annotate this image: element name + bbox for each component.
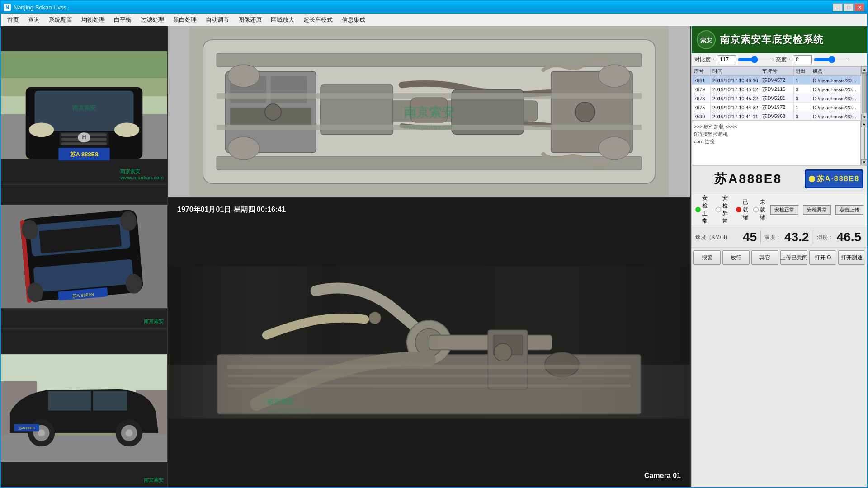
contrast-slider[interactable] xyxy=(738,56,774,63)
col-io: 进出 xyxy=(793,67,811,76)
temp-value: 43.2 xyxy=(784,230,809,244)
brightness-label: 亮度： xyxy=(776,56,792,64)
log-scrollbar[interactable]: ▲ ▼ xyxy=(861,121,867,165)
top-view-svg: 苏A·888E8 xyxy=(1,185,167,328)
menu-filter[interactable]: 过滤处理 xyxy=(136,14,169,26)
svg-text:南京索安: 南京索安 xyxy=(404,105,454,119)
status-notready-dot xyxy=(753,207,759,212)
btn-open-io[interactable]: 打开IO xyxy=(809,250,836,265)
scroll-down-arrow[interactable]: ▼ xyxy=(861,114,867,120)
svg-point-9 xyxy=(114,122,140,137)
app-icon: N xyxy=(4,4,11,11)
btn-check-normal[interactable]: 安检正常 xyxy=(770,205,798,215)
table-row[interactable]: 76752019/10/17 10:44:32苏DV19721D:/njsach… xyxy=(692,103,861,112)
col-plate: 车牌号 xyxy=(760,67,793,76)
brightness-slider[interactable] xyxy=(814,56,850,63)
svg-point-64 xyxy=(575,102,595,122)
btn-alarm[interactable]: 报警 xyxy=(693,250,721,265)
status-row: 安检正常 安检异常 已就绪 未就绪 安检正常 安检异常 点击上传 xyxy=(692,192,867,227)
status-normal: 安检正常 xyxy=(695,194,711,225)
menu-sysconfig[interactable]: 系统配置 xyxy=(44,14,77,26)
log-scroll-thumb[interactable] xyxy=(864,127,865,159)
menu-equalize[interactable]: 均衡处理 xyxy=(77,14,109,26)
status-ready: 已就绪 xyxy=(736,198,749,221)
center-panel: 南京索安 www.njsokan.com 1970年01月01日 星期四 00:… xyxy=(168,26,691,487)
undercarriage-svg: 南京索安 www.njsokan.com xyxy=(168,26,690,197)
svg-text:南京索安: 南京索安 xyxy=(72,104,96,111)
left-panel: H 苏A 888E8 南京索安 南京索安www.njsokan.com xyxy=(1,26,168,487)
scroll-up-arrow[interactable]: ▲ xyxy=(861,66,867,73)
btn-release[interactable]: 放行 xyxy=(722,250,750,265)
svg-point-57 xyxy=(228,65,259,87)
side-view-thumb[interactable]: 苏A888E8 南京索安 xyxy=(1,329,167,487)
svg-point-8 xyxy=(29,122,54,137)
system-title: 南京索安车底安检系统 xyxy=(720,33,824,47)
camera-view[interactable]: 1970年01月01日 星期四 00:16:41 xyxy=(168,198,690,487)
menu-autoadjust[interactable]: 自动调节 xyxy=(201,14,234,26)
camera-label: Camera 01 xyxy=(644,472,681,480)
log-area-container: >>> 软件加载 <<<< 0 连接监控相机 com 连接 ▲ ▼ xyxy=(692,121,867,166)
btn-upload-closed[interactable]: 上传已关闭 xyxy=(780,250,807,265)
table-row[interactable]: 76812019/10/17 10:46:16苏DV45721D:/njsach… xyxy=(692,76,861,85)
svg-text:H: H xyxy=(82,134,86,141)
svg-text:www.njsokan.com: www.njsokan.com xyxy=(266,408,310,414)
svg-rect-34 xyxy=(1,435,167,462)
camera-timestamp: 1970年01月01日 星期四 00:16:41 xyxy=(177,205,286,215)
btn-upload-click[interactable]: 点击上传 xyxy=(835,205,863,215)
menu-whitebalance[interactable]: 白平衡 xyxy=(109,14,136,26)
menu-longvehicle[interactable]: 超长车模式 xyxy=(299,14,337,26)
menu-bw[interactable]: 黑白处理 xyxy=(169,14,201,26)
svg-rect-48 xyxy=(217,156,642,170)
table-row[interactable]: 76792019/10/17 10:45:52苏DV21160D:/njsach… xyxy=(692,85,861,94)
menu-restore[interactable]: 图像还原 xyxy=(234,14,266,26)
svg-point-59 xyxy=(599,65,630,87)
top-view-thumb[interactable]: 苏A·888E8 南京索安 xyxy=(1,185,167,329)
undercarriage-view[interactable]: 南京索安 www.njsokan.com xyxy=(168,26,690,198)
log-scroll-up[interactable]: ▲ xyxy=(861,121,868,127)
separator-1 xyxy=(760,230,761,244)
brightness-input[interactable] xyxy=(794,55,812,64)
contrast-label: 对比度： xyxy=(694,56,716,64)
table-row[interactable]: 75902019/10/17 10:41:11苏DV59680D:/njsach… xyxy=(692,112,861,121)
table-body: 76812019/10/17 10:46:16苏DV45721D:/njsach… xyxy=(692,76,861,121)
svg-rect-47 xyxy=(217,53,642,67)
btn-other[interactable]: 其它 xyxy=(751,250,778,265)
menu-zoom[interactable]: 区域放大 xyxy=(266,14,299,26)
maximize-button[interactable]: □ xyxy=(844,3,854,11)
log-scroll-down[interactable]: ▼ xyxy=(861,159,868,165)
plate-area: 苏A888E8 苏A·888E8 xyxy=(692,166,867,192)
contrast-input[interactable] xyxy=(718,55,736,64)
svg-text:索安: 索安 xyxy=(700,37,712,44)
close-button[interactable]: ✕ xyxy=(854,3,864,11)
status-notready-label: 未就绪 xyxy=(760,198,766,221)
temp-label: 温度： xyxy=(764,234,781,241)
front-view-thumb[interactable]: H 苏A 888E8 南京索安 南京索安www.njsokan.com xyxy=(1,26,167,185)
log-line-3: com 连接 xyxy=(694,138,859,145)
controls-row: 对比度： 亮度： xyxy=(692,53,867,66)
speed-label: 速度（KM/H） xyxy=(695,234,731,241)
plate-number: 苏A·888E8 xyxy=(817,174,859,184)
svg-rect-13 xyxy=(61,142,106,145)
menu-home[interactable]: 首页 xyxy=(3,14,24,26)
data-table-container: 序号 时间 车牌号 进出 磁盘 76812019/10/17 10:46:16苏… xyxy=(692,66,867,121)
plate-image: 苏A·888E8 xyxy=(805,169,863,188)
scroll-thumb[interactable] xyxy=(862,73,867,113)
svg-rect-51 xyxy=(271,76,307,103)
btn-open-speed[interactable]: 打开测速 xyxy=(838,250,865,265)
svg-point-42 xyxy=(126,429,133,436)
menu-query[interactable]: 查询 xyxy=(24,14,44,26)
table-row[interactable]: 76782019/10/17 10:45:22苏DV52810D:/njsach… xyxy=(692,94,861,103)
svg-text:苏A888E8: 苏A888E8 xyxy=(19,426,35,430)
menu-info[interactable]: 信息集成 xyxy=(337,14,370,26)
app-window: N Nanjing Sokan Uvss – □ ✕ 首页 查询 系统配置 均衡… xyxy=(0,0,868,488)
camera-svg: 南京索安 www.njsokan.com xyxy=(168,198,690,487)
minimize-button[interactable]: – xyxy=(833,3,843,11)
btn-check-abnormal[interactable]: 安检异常 xyxy=(803,205,831,215)
table-scrollbar[interactable]: ▲ ▼ xyxy=(861,66,867,120)
log-area: >>> 软件加载 <<<< 0 连接监控相机 com 连接 xyxy=(692,121,861,165)
title-bar: N Nanjing Sokan Uvss – □ ✕ xyxy=(1,1,867,14)
svg-text:www.njsokan.com: www.njsokan.com xyxy=(403,123,454,131)
svg-rect-82 xyxy=(168,266,690,418)
main-content: H 苏A 888E8 南京索安 南京索安www.njsokan.com xyxy=(1,26,867,487)
status-ready-label: 已就绪 xyxy=(743,198,749,221)
